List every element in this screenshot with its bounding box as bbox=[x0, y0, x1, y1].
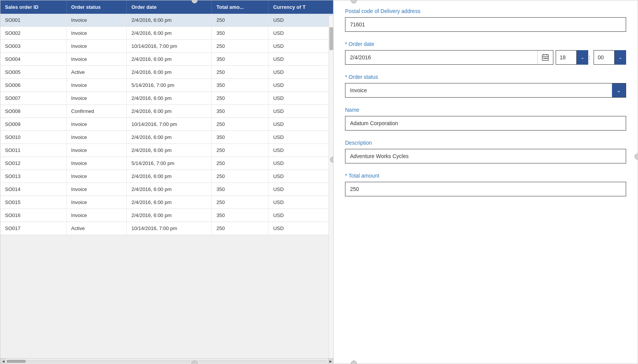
scroll-right-button[interactable]: ▶ bbox=[328, 359, 333, 364]
table-cell-currency: USD bbox=[268, 131, 333, 144]
table-row[interactable]: SO013Invoice2/4/2016, 6:00 pm250USD bbox=[0, 170, 333, 183]
scroll-track bbox=[7, 360, 327, 363]
table-row[interactable]: SO012Invoice5/14/2016, 7:00 pm250USD bbox=[0, 157, 333, 170]
table-cell-sales_order_id: SO017 bbox=[0, 222, 66, 235]
table-cell-order_status: Invoice bbox=[66, 131, 126, 144]
table-cell-order_status: Invoice bbox=[66, 14, 126, 27]
table-cell-order_status: Invoice bbox=[66, 183, 126, 196]
table-cell-currency: USD bbox=[268, 118, 333, 131]
table-row[interactable]: SO007Invoice2/4/2016, 6:00 pm250USD bbox=[0, 92, 333, 105]
order-date-input[interactable] bbox=[345, 51, 537, 64]
table-cell-order_status: Invoice bbox=[66, 209, 126, 222]
table-row[interactable]: SO001Invoice2/4/2016, 6:00 pm250USD bbox=[0, 14, 333, 27]
table-cell-order_date: 2/4/2016, 6:00 pm bbox=[127, 53, 212, 66]
table-cell-order_date: 2/4/2016, 6:00 pm bbox=[127, 131, 212, 144]
table-scroll-wrapper[interactable]: Sales order ID Order status Order date T… bbox=[0, 0, 333, 358]
table-cell-order_date: 2/4/2016, 6:00 pm bbox=[127, 66, 212, 79]
table-cell-order_status: Invoice bbox=[66, 79, 126, 92]
table-row[interactable]: SO005Active2/4/2016, 6:00 pm250USD bbox=[0, 66, 333, 79]
col-header-total-amount: Total amo... bbox=[212, 0, 268, 14]
table-cell-total_amount: 250 bbox=[212, 92, 268, 105]
table-row[interactable]: SO004Invoice2/4/2016, 6:00 pm350USD bbox=[0, 53, 333, 66]
time-minute-wrapper: ⌄ bbox=[594, 50, 626, 65]
total-amount-field: Total amount bbox=[345, 173, 626, 196]
table-cell-order_status: Invoice bbox=[66, 27, 126, 40]
table-cell-order_date: 2/4/2016, 6:00 pm bbox=[127, 105, 212, 118]
table-cell-total_amount: 350 bbox=[212, 53, 268, 66]
sales-orders-table: Sales order ID Order status Order date T… bbox=[0, 0, 333, 235]
order-status-dropdown-button[interactable]: ⌄ bbox=[612, 83, 626, 97]
horizontal-scrollbar[interactable]: ◀ ▶ bbox=[0, 358, 333, 364]
table-cell-total_amount: 350 bbox=[212, 27, 268, 40]
postal-code-label: Postal code of Delivery address bbox=[345, 8, 626, 14]
postal-code-field: Postal code of Delivery address bbox=[345, 8, 626, 32]
table-cell-total_amount: 250 bbox=[212, 66, 268, 79]
total-amount-input[interactable] bbox=[345, 182, 626, 196]
time-hour-dropdown[interactable]: ⌄ bbox=[577, 50, 588, 65]
table-cell-order_status: Active bbox=[66, 222, 126, 235]
table-cell-order_date: 10/14/2016, 7:00 pm bbox=[127, 118, 212, 131]
table-cell-order_date: 5/14/2016, 7:00 pm bbox=[127, 157, 212, 170]
calendar-icon bbox=[541, 54, 549, 61]
table-cell-order_status: Invoice bbox=[66, 196, 126, 209]
table-cell-currency: USD bbox=[268, 222, 333, 235]
table-row[interactable]: SO015Invoice2/4/2016, 6:00 pm250USD bbox=[0, 196, 333, 209]
table-cell-currency: USD bbox=[268, 92, 333, 105]
table-row[interactable]: SO017Active10/14/2016, 7:00 pm250USD bbox=[0, 222, 333, 235]
calendar-button[interactable] bbox=[537, 51, 553, 64]
scrollbar-thumb bbox=[329, 27, 333, 50]
table-row[interactable]: SO010Invoice2/4/2016, 6:00 pm350USD bbox=[0, 131, 333, 144]
vertical-scrollbar[interactable] bbox=[329, 16, 333, 358]
table-cell-sales_order_id: SO013 bbox=[0, 170, 66, 183]
order-date-row: ⌄ : ⌄ bbox=[345, 50, 626, 65]
table-row[interactable]: SO011Invoice2/4/2016, 6:00 pm250USD bbox=[0, 144, 333, 157]
table-cell-sales_order_id: SO003 bbox=[0, 40, 66, 53]
description-label: Description bbox=[345, 140, 626, 146]
table-row[interactable]: SO016Invoice2/4/2016, 6:00 pm350USD bbox=[0, 209, 333, 222]
resize-handle-right[interactable] bbox=[635, 153, 638, 160]
table-cell-total_amount: 350 bbox=[212, 105, 268, 118]
table-cell-order_status: Active bbox=[66, 66, 126, 79]
col-header-order-status: Order status bbox=[66, 0, 126, 14]
scroll-thumb bbox=[7, 360, 26, 363]
table-row[interactable]: SO002Invoice2/4/2016, 6:00 pm350USD bbox=[0, 27, 333, 40]
table-row[interactable]: SO014Invoice2/4/2016, 6:00 pm350USD bbox=[0, 183, 333, 196]
table-cell-order_status: Invoice bbox=[66, 144, 126, 157]
table-cell-sales_order_id: SO007 bbox=[0, 92, 66, 105]
time-hour-input[interactable] bbox=[556, 50, 577, 65]
name-input[interactable] bbox=[345, 116, 626, 131]
table-row[interactable]: SO003Invoice10/14/2016, 7:00 pm250USD bbox=[0, 40, 333, 53]
table-cell-total_amount: 250 bbox=[212, 222, 268, 235]
table-row[interactable]: SO009Invoice10/14/2016, 7:00 pm250USD bbox=[0, 118, 333, 131]
table-cell-order_status: Invoice bbox=[66, 92, 126, 105]
table-cell-currency: USD bbox=[268, 183, 333, 196]
time-minute-dropdown[interactable]: ⌄ bbox=[615, 50, 626, 65]
table-cell-order_status: Confirmed bbox=[66, 105, 126, 118]
name-field: Name bbox=[345, 107, 626, 131]
table-cell-order_status: Invoice bbox=[66, 53, 126, 66]
table-cell-currency: USD bbox=[268, 66, 333, 79]
description-input[interactable] bbox=[345, 149, 626, 163]
table-cell-currency: USD bbox=[268, 40, 333, 53]
svg-rect-6 bbox=[546, 58, 548, 59]
order-status-input[interactable] bbox=[345, 83, 612, 97]
table-cell-sales_order_id: SO014 bbox=[0, 183, 66, 196]
scroll-left-button[interactable]: ◀ bbox=[0, 359, 6, 364]
panel-resize-handle[interactable] bbox=[330, 157, 334, 163]
table-row[interactable]: SO006Invoice5/14/2016, 7:00 pm350USD bbox=[0, 79, 333, 92]
col-header-sales-order-id: Sales order ID bbox=[0, 0, 66, 14]
table-cell-order_date: 2/4/2016, 6:00 pm bbox=[127, 170, 212, 183]
table-header-row: Sales order ID Order status Order date T… bbox=[0, 0, 333, 14]
table-cell-order_date: 2/4/2016, 6:00 pm bbox=[127, 92, 212, 105]
time-minute-input[interactable] bbox=[594, 50, 615, 65]
postal-code-input[interactable] bbox=[345, 17, 626, 32]
table-cell-order_date: 5/14/2016, 7:00 pm bbox=[127, 79, 212, 92]
table-cell-order_date: 2/4/2016, 6:00 pm bbox=[127, 183, 212, 196]
table-cell-total_amount: 350 bbox=[212, 183, 268, 196]
table-cell-currency: USD bbox=[268, 144, 333, 157]
table-cell-sales_order_id: SO009 bbox=[0, 118, 66, 131]
table-cell-currency: USD bbox=[268, 170, 333, 183]
table-cell-sales_order_id: SO005 bbox=[0, 66, 66, 79]
table-panel: Sales order ID Order status Order date T… bbox=[0, 0, 334, 364]
table-row[interactable]: SO008Confirmed2/4/2016, 6:00 pm350USD bbox=[0, 105, 333, 118]
